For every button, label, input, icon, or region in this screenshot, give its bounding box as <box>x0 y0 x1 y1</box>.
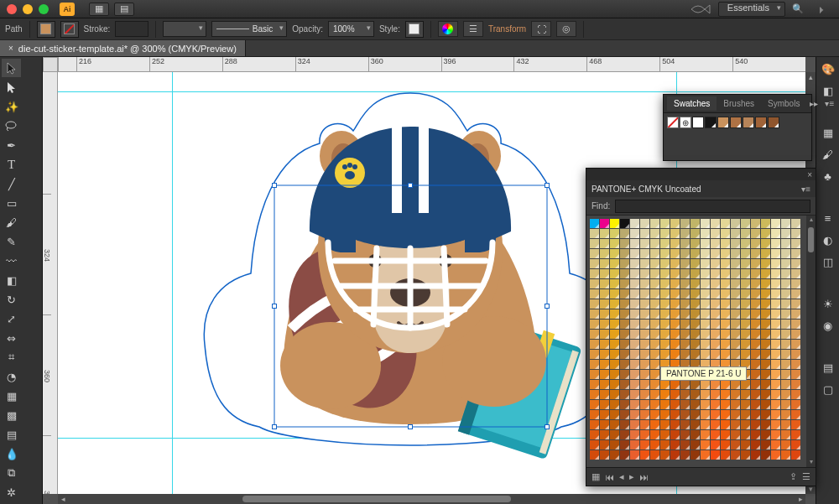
pantone-swatch[interactable] <box>670 259 680 268</box>
pantone-swatch[interactable] <box>751 229 760 238</box>
pantone-swatch[interactable] <box>610 320 619 329</box>
pantone-swatch[interactable] <box>791 239 800 248</box>
pantone-swatch[interactable] <box>620 320 629 329</box>
pantone-swatch[interactable] <box>620 229 629 238</box>
pantone-swatch[interactable] <box>701 450 710 460</box>
pantone-swatch[interactable] <box>751 450 760 460</box>
pantone-swatch[interactable] <box>711 269 720 278</box>
pantone-swatch[interactable] <box>660 410 670 419</box>
pantone-swatch[interactable] <box>650 410 659 419</box>
pantone-swatch[interactable] <box>721 400 730 409</box>
stroke-width-profile[interactable] <box>163 21 206 37</box>
pantone-swatch[interactable] <box>791 350 800 359</box>
pantone-swatch[interactable] <box>711 239 720 248</box>
pantone-swatch[interactable] <box>711 249 720 258</box>
pantone-swatch[interactable] <box>761 340 770 349</box>
swatches-tab[interactable]: Swatches <box>667 96 717 111</box>
pantone-swatch[interactable] <box>660 380 670 389</box>
pantone-swatch[interactable] <box>660 289 670 299</box>
direct-selection-tool[interactable] <box>2 78 21 96</box>
pantone-swatch[interactable] <box>590 450 599 460</box>
pantone-swatch[interactable] <box>680 440 690 449</box>
stroke-weight-input[interactable] <box>115 21 149 37</box>
pantone-swatch[interactable] <box>711 299 720 309</box>
pantone-swatch[interactable] <box>711 350 720 359</box>
pantone-swatch[interactable] <box>590 289 599 299</box>
pantone-swatch[interactable] <box>761 309 770 319</box>
type-tool[interactable]: T <box>2 155 21 174</box>
pantone-swatch[interactable] <box>680 259 690 268</box>
pantone-swatch[interactable] <box>620 380 629 389</box>
pantone-swatch[interactable] <box>630 239 639 248</box>
pantone-swatch[interactable] <box>701 219 710 228</box>
pantone-scrollbar[interactable]: ▴ ▾ <box>806 216 816 467</box>
pantone-swatch[interactable] <box>751 219 760 228</box>
pantone-swatch[interactable] <box>721 420 730 429</box>
pantone-swatch[interactable] <box>630 410 639 419</box>
pantone-swatch[interactable] <box>791 450 800 460</box>
scale-tool[interactable]: ⤢ <box>2 309 21 328</box>
pantone-swatch[interactable] <box>650 360 659 369</box>
pantone-swatch[interactable] <box>741 430 750 439</box>
pantone-swatch[interactable] <box>620 450 629 460</box>
pantone-swatch[interactable] <box>791 440 800 449</box>
pantone-swatch[interactable] <box>690 410 700 419</box>
pantone-swatch[interactable] <box>660 400 670 409</box>
pantone-swatch[interactable] <box>751 259 760 268</box>
pantone-swatch[interactable] <box>600 229 609 238</box>
pantone-swatch[interactable] <box>731 269 740 278</box>
pantone-swatch[interactable] <box>640 400 649 409</box>
pantone-swatch[interactable] <box>610 450 619 460</box>
pantone-swatch[interactable] <box>761 330 770 339</box>
pantone-swatch[interactable] <box>630 219 639 228</box>
pantone-swatch[interactable] <box>680 309 690 319</box>
pantone-swatch[interactable] <box>761 299 770 309</box>
pantone-swatch[interactable] <box>610 340 619 349</box>
swatch-item[interactable] <box>717 117 729 128</box>
pantone-swatch[interactable] <box>620 390 629 399</box>
pantone-swatch[interactable] <box>690 400 700 409</box>
pantone-swatch[interactable] <box>731 330 740 339</box>
pantone-swatch[interactable] <box>690 299 700 309</box>
pantone-swatch[interactable] <box>731 229 740 238</box>
fill-color[interactable] <box>37 21 55 38</box>
appearance-panel-icon[interactable]: ☀ <box>820 295 836 312</box>
eraser-tool[interactable]: ◧ <box>2 271 21 289</box>
artboards-panel-icon[interactable]: ▢ <box>820 381 836 397</box>
pantone-swatch[interactable] <box>600 299 609 309</box>
pantone-swatch[interactable] <box>711 380 720 389</box>
pantone-swatch[interactable] <box>640 269 649 278</box>
pantone-swatch[interactable] <box>781 440 790 449</box>
pantone-swatch[interactable] <box>701 320 710 329</box>
pantone-swatch[interactable] <box>650 440 659 449</box>
pantone-swatch[interactable] <box>741 400 750 409</box>
pantone-swatch[interactable] <box>791 360 800 369</box>
gradient-panel-icon[interactable]: ◐ <box>820 231 836 248</box>
pantone-swatch[interactable] <box>650 350 659 359</box>
pantone-swatch[interactable] <box>590 259 599 268</box>
pantone-swatch[interactable] <box>761 350 770 359</box>
pantone-swatch[interactable] <box>630 350 639 359</box>
pantone-swatch[interactable] <box>761 219 770 228</box>
pantone-swatch[interactable] <box>791 309 800 319</box>
pantone-swatch[interactable] <box>680 279 690 288</box>
pantone-swatch[interactable] <box>781 299 790 309</box>
pantone-swatch[interactable] <box>650 420 659 429</box>
pantone-swatch[interactable] <box>640 289 649 299</box>
last-page-icon[interactable]: ⏭ <box>639 472 649 482</box>
pantone-swatch[interactable] <box>761 279 770 288</box>
pantone-swatch[interactable] <box>610 420 619 429</box>
pantone-swatch[interactable] <box>620 410 629 419</box>
symbols-tab[interactable]: Symbols <box>761 96 806 111</box>
pantone-swatch[interactable] <box>761 410 770 419</box>
pantone-swatch[interactable] <box>680 249 690 258</box>
pantone-swatch[interactable] <box>761 360 770 369</box>
pantone-swatch[interactable] <box>690 259 700 268</box>
pantone-swatch[interactable] <box>660 299 670 309</box>
pantone-swatch[interactable] <box>660 440 670 449</box>
pantone-swatch[interactable] <box>751 360 760 369</box>
swatch-item[interactable] <box>705 117 717 128</box>
pantone-swatch[interactable] <box>771 380 780 389</box>
pantone-swatch[interactable] <box>680 430 690 439</box>
pantone-swatch[interactable] <box>620 340 629 349</box>
